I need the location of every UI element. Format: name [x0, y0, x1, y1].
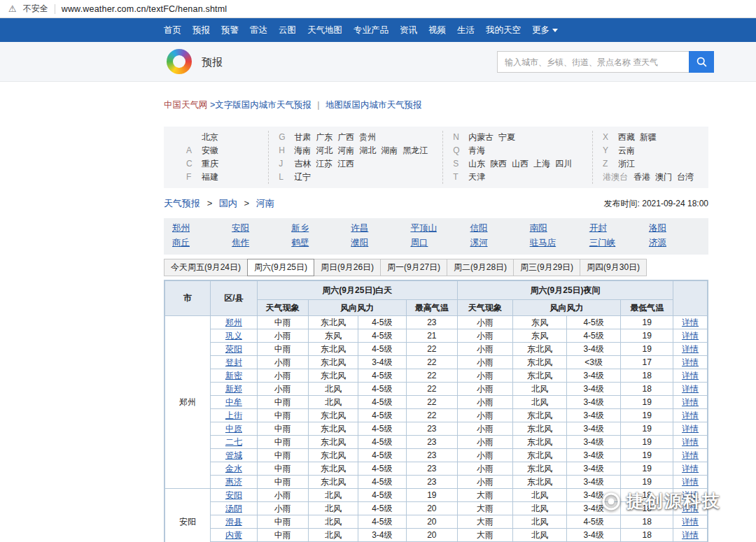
city-link[interactable]: 周口 [410, 236, 470, 250]
nav-item[interactable]: 预警 [221, 24, 239, 36]
detail-link[interactable]: 详情 [682, 437, 699, 447]
province-link[interactable]: 新疆 [640, 132, 657, 142]
district-link[interactable]: 郑州 [225, 318, 242, 327]
text-version-link[interactable]: >文字版国内城市天气预报 [210, 100, 312, 110]
breadcrumb-domestic-link[interactable]: 国内 [219, 198, 237, 208]
warning-icon[interactable]: ⚠ [8, 3, 17, 14]
district-link[interactable]: 安阳 [225, 490, 242, 500]
city-link[interactable]: 南阳 [530, 221, 589, 236]
date-tab[interactable]: 周三(9月29日) [513, 259, 580, 276]
site-logo[interactable] [167, 49, 192, 74]
province-link[interactable]: 宁夏 [498, 132, 515, 142]
date-tab[interactable]: 周六(9月25日) [247, 259, 314, 276]
city-link[interactable]: 平顶山 [410, 221, 470, 236]
detail-link[interactable]: 详情 [682, 357, 699, 367]
province-link[interactable]: 天津 [468, 172, 485, 182]
district-link[interactable]: 中原 [225, 424, 242, 434]
city-link[interactable]: 许昌 [351, 221, 410, 236]
detail-link[interactable]: 详情 [682, 517, 699, 527]
province-link[interactable]: 山西 [512, 159, 528, 169]
province-link[interactable]: 海南 [294, 145, 311, 155]
nav-item[interactable]: 我的天空 [486, 24, 521, 36]
nav-item[interactable]: 云图 [279, 24, 296, 36]
detail-link[interactable]: 详情 [682, 450, 699, 460]
map-version-link[interactable]: 地图版国内城市天气预报 [326, 100, 422, 110]
province-link[interactable]: 安徽 [202, 145, 218, 155]
date-tab[interactable]: 周日(9月26日) [314, 259, 381, 276]
nav-more-menu[interactable]: 更多 [532, 24, 558, 36]
province-link[interactable]: 云南 [618, 145, 635, 155]
nav-item[interactable]: 雷达 [250, 24, 267, 36]
detail-link[interactable]: 详情 [682, 371, 699, 380]
nav-item[interactable]: 视频 [428, 24, 446, 36]
district-link[interactable]: 金水 [225, 464, 242, 473]
detail-link[interactable]: 详情 [682, 318, 699, 327]
detail-link[interactable]: 详情 [682, 424, 699, 434]
province-link[interactable]: 四川 [555, 159, 572, 169]
url-text[interactable]: www.weather.com.cn/textFC/henan.shtml [62, 4, 227, 14]
province-link[interactable]: 香港 [634, 172, 650, 182]
site-name-link[interactable]: 中国天气网 [164, 100, 208, 110]
city-link[interactable]: 商丘 [172, 236, 232, 250]
district-link[interactable]: 二七 [225, 437, 242, 447]
date-tab[interactable]: 周一(9月27日) [380, 259, 447, 276]
nav-item[interactable]: 生活 [457, 24, 475, 36]
breadcrumb-henan-link[interactable]: 河南 [256, 198, 274, 208]
district-link[interactable]: 巩义 [225, 331, 242, 341]
detail-link[interactable]: 详情 [682, 530, 699, 540]
province-link[interactable]: 甘肃 [294, 132, 311, 142]
province-link[interactable]: 江苏 [316, 159, 332, 169]
nav-item[interactable]: 专业产品 [354, 24, 388, 36]
province-link[interactable]: 河南 [337, 145, 354, 155]
province-link[interactable]: 浙江 [618, 159, 635, 169]
detail-link[interactable]: 详情 [682, 331, 699, 341]
province-link[interactable]: 青海 [468, 145, 485, 155]
detail-link[interactable]: 详情 [682, 384, 699, 394]
province-link[interactable]: 澳门 [655, 172, 672, 182]
city-link[interactable]: 郑州 [172, 221, 232, 236]
city-link[interactable]: 济源 [649, 236, 708, 250]
district-link[interactable]: 中牟 [225, 397, 242, 407]
search-button[interactable] [689, 51, 714, 73]
nav-item[interactable]: 天气地图 [307, 24, 342, 36]
province-link[interactable]: 广西 [337, 132, 354, 142]
city-link[interactable]: 开封 [589, 221, 649, 236]
province-link[interactable]: 河北 [316, 145, 332, 155]
province-link[interactable]: 北京 [202, 132, 218, 142]
district-link[interactable]: 上街 [225, 411, 242, 420]
district-link[interactable]: 滑县 [225, 517, 242, 527]
district-link[interactable]: 内黄 [225, 530, 242, 540]
city-link[interactable]: 焦作 [232, 236, 291, 250]
province-link[interactable]: 广东 [316, 132, 332, 142]
province-link[interactable]: 黑龙江 [402, 145, 428, 155]
district-link[interactable]: 惠济 [225, 477, 242, 487]
province-link[interactable]: 吉林 [294, 159, 311, 169]
detail-link[interactable]: 详情 [682, 397, 699, 407]
city-link[interactable]: 鹤壁 [291, 236, 351, 250]
city-link[interactable]: 新乡 [291, 221, 351, 236]
province-link[interactable]: 福建 [202, 172, 218, 182]
detail-link[interactable]: 详情 [682, 477, 699, 487]
province-link[interactable]: 内蒙古 [468, 132, 493, 142]
date-tab[interactable]: 今天周五(9月24日) [164, 259, 248, 276]
date-tab[interactable]: 周二(9月28日) [447, 259, 514, 276]
province-link[interactable]: 陕西 [490, 159, 507, 169]
province-link[interactable]: 江西 [337, 159, 354, 169]
province-link[interactable]: 湖南 [381, 145, 398, 155]
city-link[interactable]: 三门峡 [589, 236, 649, 250]
nav-item[interactable]: 资讯 [400, 24, 417, 36]
district-link[interactable]: 登封 [225, 357, 242, 367]
nav-item[interactable]: 预报 [192, 24, 210, 36]
province-link[interactable]: 重庆 [202, 159, 218, 169]
province-link[interactable]: 西藏 [618, 132, 635, 142]
breadcrumb-weather-link[interactable]: 天气预报 [164, 198, 200, 208]
province-link[interactable]: 辽宁 [294, 172, 311, 182]
district-link[interactable]: 新郑 [225, 384, 242, 394]
nav-item[interactable]: 首页 [164, 24, 181, 36]
district-link[interactable]: 荥阳 [225, 344, 242, 354]
city-link[interactable]: 濮阳 [351, 236, 410, 250]
district-link[interactable]: 管城 [225, 450, 242, 460]
province-link[interactable]: 上海 [533, 159, 550, 169]
district-link[interactable]: 汤阴 [225, 504, 242, 513]
province-link[interactable]: 山东 [468, 159, 485, 169]
